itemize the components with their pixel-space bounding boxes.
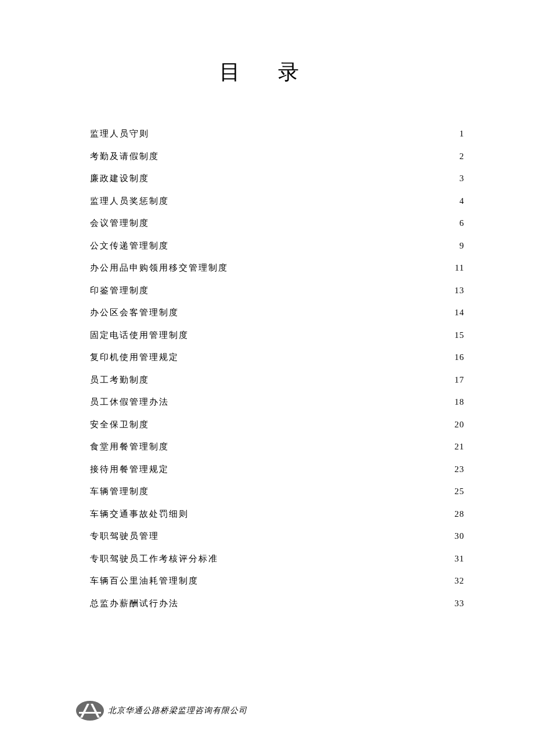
toc-entry: 总监办薪酬试行办法33 [90, 597, 464, 610]
toc-entry: 专职驾驶员管理30 [90, 530, 464, 543]
toc-entry-page: 4 [460, 195, 465, 208]
toc-entry: 车辆百公里油耗管理制度32 [90, 574, 464, 588]
footer: 北京华通公路桥梁监理咨询有限公司 [75, 700, 247, 721]
toc-entry-page: 15 [454, 329, 464, 342]
toc-entry-label: 考勤及请假制度 [90, 150, 159, 163]
toc-entry-label: 监理人员奖惩制度 [90, 195, 169, 208]
toc-entry-label: 员工考勤制度 [90, 373, 149, 387]
toc-entry: 车辆交通事故处罚细则28 [90, 507, 464, 521]
toc-entry: 接待用餐管理规定23 [90, 463, 464, 476]
toc-entry-label: 公文传递管理制度 [90, 239, 169, 253]
page-title: 目 录 [0, 0, 534, 127]
toc-entry: 会议管理制度6 [90, 217, 464, 230]
toc-entry-page: 17 [454, 373, 464, 387]
toc-entry-page: 32 [454, 574, 464, 588]
toc-entry-page: 31 [454, 552, 464, 566]
toc-entry-label: 印鉴管理制度 [90, 284, 149, 297]
toc-entry-page: 2 [460, 150, 465, 163]
toc-entry-page: 9 [460, 239, 465, 253]
toc-entry: 员工考勤制度17 [90, 373, 464, 387]
toc-entry: 监理人员守则1 [90, 127, 464, 141]
toc-entry-label: 接待用餐管理规定 [90, 463, 169, 476]
toc-entry-label: 员工休假管理办法 [90, 395, 169, 409]
table-of-contents: 监理人员守则1考勤及请假制度2廉政建设制度3监理人员奖惩制度4会议管理制度6公文… [0, 127, 534, 610]
toc-entry-page: 23 [454, 463, 464, 476]
toc-entry-page: 14 [454, 306, 464, 319]
toc-entry: 考勤及请假制度2 [90, 150, 464, 163]
toc-entry-label: 食堂用餐管理制度 [90, 440, 169, 453]
toc-entry-page: 18 [454, 395, 464, 409]
toc-entry-label: 专职驾驶员管理 [90, 530, 159, 543]
toc-entry: 固定电话使用管理制度15 [90, 329, 464, 342]
toc-entry-label: 复印机使用管理规定 [90, 351, 179, 364]
toc-entry-label: 监理人员守则 [90, 127, 149, 141]
toc-entry-page: 25 [454, 485, 464, 498]
toc-entry-page: 16 [454, 351, 464, 364]
toc-entry-page: 13 [454, 284, 464, 297]
toc-entry-label: 车辆百公里油耗管理制度 [90, 574, 199, 588]
toc-entry-page: 33 [454, 597, 464, 610]
toc-entry-label: 廉政建设制度 [90, 172, 149, 185]
toc-entry-label: 车辆管理制度 [90, 485, 149, 498]
toc-entry-label: 固定电话使用管理制度 [90, 329, 189, 342]
company-name: 北京华通公路桥梁监理咨询有限公司 [108, 705, 247, 716]
toc-entry-label: 车辆交通事故处罚细则 [90, 507, 189, 521]
toc-entry-page: 3 [460, 172, 465, 185]
toc-entry-label: 办公区会客管理制度 [90, 306, 179, 319]
toc-entry: 公文传递管理制度9 [90, 239, 464, 253]
company-logo-icon [75, 700, 104, 721]
toc-entry-label: 办公用品申购领用移交管理制度 [90, 261, 228, 275]
toc-entry: 廉政建设制度3 [90, 172, 464, 185]
toc-entry-page: 21 [454, 440, 464, 453]
toc-entry-page: 28 [454, 507, 464, 521]
toc-entry-label: 会议管理制度 [90, 217, 149, 230]
toc-entry: 专职驾驶员工作考核评分标准31 [90, 552, 464, 566]
toc-entry: 车辆管理制度25 [90, 485, 464, 498]
toc-entry-page: 30 [454, 530, 464, 543]
toc-entry: 印鉴管理制度13 [90, 284, 464, 297]
toc-entry: 员工休假管理办法18 [90, 395, 464, 409]
toc-entry: 办公用品申购领用移交管理制度11 [90, 261, 464, 275]
toc-entry-label: 专职驾驶员工作考核评分标准 [90, 552, 218, 566]
toc-entry-page: 6 [460, 217, 465, 230]
toc-entry: 安全保卫制度20 [90, 418, 464, 431]
toc-entry: 监理人员奖惩制度4 [90, 195, 464, 208]
toc-entry: 办公区会客管理制度14 [90, 306, 464, 319]
toc-entry-label: 安全保卫制度 [90, 418, 149, 431]
toc-entry-label: 总监办薪酬试行办法 [90, 597, 179, 610]
toc-entry-page: 11 [455, 261, 464, 275]
toc-entry: 复印机使用管理规定16 [90, 351, 464, 364]
svg-rect-1 [79, 712, 101, 714]
toc-entry-page: 1 [460, 127, 465, 141]
toc-entry: 食堂用餐管理制度21 [90, 440, 464, 453]
toc-entry-page: 20 [454, 418, 464, 431]
